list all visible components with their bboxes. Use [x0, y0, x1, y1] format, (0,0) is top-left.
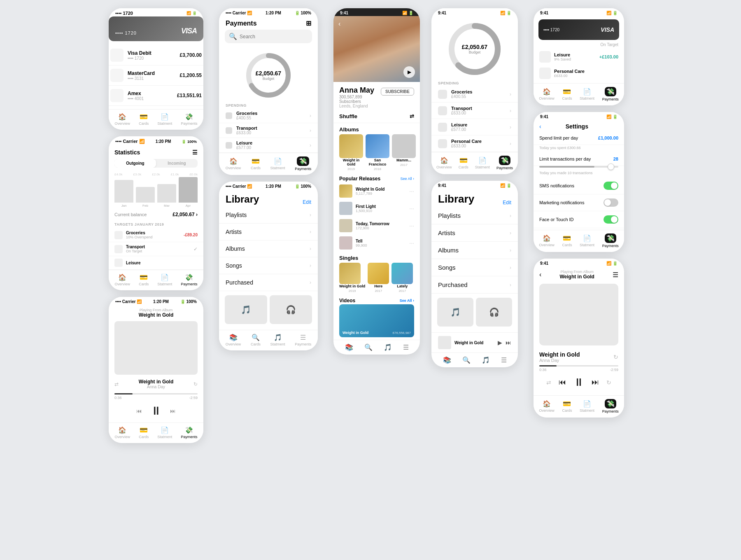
nav-cards-fp[interactable]: 💳Cards	[562, 400, 572, 413]
spending-item-personal-care-4[interactable]: Personal Care £633.00 ›	[431, 135, 518, 152]
nav-cards-spending[interactable]: 💳Cards	[459, 156, 468, 169]
menu-icon-lib-lg[interactable]: ☰	[501, 356, 507, 364]
card-item-visa[interactable]: Visa Debit •••• 1720 £3,700.00	[109, 45, 203, 65]
see-all-videos[interactable]: See All ›	[400, 299, 414, 303]
shuffle-icon[interactable]: ⇄	[114, 381, 119, 387]
nav-statement-ct[interactable]: 📄Statment	[580, 88, 594, 100]
mini-forward-button[interactable]: ⏭	[506, 339, 511, 346]
target-transport[interactable]: Transport On Target ✓	[109, 242, 203, 256]
library-icon[interactable]: 📚	[345, 343, 353, 351]
library-lg-edit-button[interactable]: Edit	[503, 200, 511, 205]
tab-incoming[interactable]: Incoming	[156, 159, 198, 168]
spending-item-groceries-4[interactable]: Groceries £400.55 ›	[431, 86, 518, 103]
nav-payments-fp[interactable]: 💸Payments	[602, 399, 619, 413]
nav-cards-stats[interactable]: 💳Cards	[139, 273, 149, 286]
marketing-toggle[interactable]	[604, 198, 618, 207]
search-box[interactable]: 🔍	[225, 30, 312, 43]
release-weight-in-gold[interactable]: Weight In Gold 5,117,789 ···	[333, 182, 420, 200]
library-item-songs[interactable]: Songs ›	[219, 257, 318, 274]
search-input[interactable]	[240, 34, 308, 40]
back-button[interactable]: ‹	[338, 20, 340, 28]
library-lg-purchased[interactable]: Purchased ›	[431, 276, 518, 294]
dots-icon-3[interactable]: ···	[409, 222, 414, 229]
nav-payments-pay[interactable]: 💸Payments	[295, 156, 311, 171]
nav-cards-pay[interactable]: 💳Cards	[251, 157, 261, 170]
nav-cards-settings[interactable]: 💳Cards	[562, 234, 572, 247]
mini-play-button[interactable]: ▶	[498, 339, 502, 346]
full-track-repeat-icon[interactable]: ↻	[613, 354, 618, 360]
release-tell[interactable]: Tell 99,900 ···	[333, 234, 420, 252]
nav-payments-ct[interactable]: 💸Payments	[602, 87, 619, 101]
nav-overview-fp[interactable]: 🏠Overview	[539, 400, 555, 413]
play-button[interactable]: ▶	[403, 66, 415, 78]
spending-item-leisure-4[interactable]: Leisure £577.00 ›	[431, 119, 518, 135]
rewind-button[interactable]: ⏮	[136, 408, 142, 414]
payments-menu-icon[interactable]: ⊞	[306, 19, 311, 27]
nav-statement-fp[interactable]: 📄Statment	[580, 400, 594, 413]
search-icon-bottom[interactable]: 🔍	[364, 343, 373, 351]
full-repeat-icon[interactable]: ↻	[606, 379, 611, 386]
nav-overview[interactable]: 🏠Overview	[115, 113, 130, 126]
full-pause-button[interactable]: ⏸	[573, 376, 584, 389]
nav-payments-stats[interactable]: 💸Payments	[181, 273, 197, 286]
nav-payments-spending[interactable]: 💸Payments	[496, 156, 513, 170]
book-icon[interactable]: 📚	[443, 356, 451, 364]
library-lg-songs[interactable]: Songs ›	[431, 259, 518, 276]
nav-payments[interactable]: 💸Payments	[181, 113, 197, 126]
transactions-slider[interactable]	[534, 166, 624, 170]
nav-cards[interactable]: 💳Cards	[139, 113, 149, 126]
single-weight[interactable]: Weight in Gold 2019	[339, 263, 365, 293]
single-lately[interactable]: Lately 2017	[391, 263, 413, 293]
see-all-releases[interactable]: See All ›	[400, 177, 414, 181]
nav-overview-ct[interactable]: 🏠Overview	[539, 88, 555, 100]
subscribe-button[interactable]: SUBSCRIBE	[381, 88, 414, 96]
nav-music-lib[interactable]: 🎵Statment	[270, 334, 285, 346]
library-item-artists[interactable]: Artists ›	[219, 224, 318, 240]
dots-icon-2[interactable]: ···	[409, 205, 414, 212]
full-shuffle-icon[interactable]: ⇄	[546, 379, 551, 386]
face-id-toggle[interactable]	[604, 215, 618, 224]
nav-overview-pay[interactable]: 🏠Overview	[226, 157, 241, 170]
card-item-amex[interactable]: Amex •••• 4001 £13,551.91	[109, 86, 203, 106]
nav-library-lib[interactable]: 📚Overview	[226, 334, 241, 346]
menu-icon-bottom[interactable]: ☰	[403, 343, 409, 351]
library-item-playlists[interactable]: Playlists ›	[219, 207, 318, 224]
library-item-albums[interactable]: Albums ›	[219, 240, 318, 257]
album-san-francisco[interactable]: San Francisco 2018	[366, 134, 389, 171]
nav-payments-player[interactable]: 💸Payments	[181, 426, 197, 439]
library-lg-artists[interactable]: Artists ›	[431, 224, 518, 242]
forward-button[interactable]: ⏭	[170, 408, 176, 414]
nav-statement-player[interactable]: 📄Statment	[157, 426, 172, 439]
full-player-menu[interactable]: ☰	[613, 271, 618, 279]
album-third[interactable]: Mamm... 2017	[392, 134, 416, 171]
sms-toggle[interactable]	[604, 182, 618, 190]
nav-statement-spending[interactable]: 📄Statment	[475, 156, 490, 169]
target-leisure[interactable]: Leisure	[109, 256, 203, 270]
video-thumb[interactable]: Weight in Gold 676,556,987	[339, 304, 414, 337]
dots-icon[interactable]: ···	[409, 188, 414, 194]
nav-overview-settings[interactable]: 🏠Overview	[539, 234, 555, 247]
nav-overview-player[interactable]: 🏠Overview	[115, 426, 130, 439]
search-icon-lib-lg[interactable]: 🔍	[462, 356, 471, 364]
nav-payments-settings[interactable]: 💸Payments	[602, 233, 619, 248]
spending-leisure[interactable]: Leisure £577.00 ›	[219, 138, 318, 153]
tab-outgoing[interactable]: Outgoing	[114, 159, 156, 168]
music-note-icon[interactable]: 🎵	[384, 343, 392, 351]
nav-menu-lib[interactable]: ☰Payments	[295, 334, 311, 346]
album-weight-in-gold[interactable]: Weight in Gold 2019	[339, 134, 363, 171]
spending-item-transport-4[interactable]: Transport £633.00 ›	[431, 103, 518, 119]
nav-statement-settings[interactable]: 📄Statment	[580, 234, 594, 247]
repeat-icon[interactable]: ↻	[193, 381, 198, 387]
shuffle-icon-profile[interactable]: ⇄	[410, 113, 414, 119]
nav-search-lib[interactable]: 🔍Cards	[251, 334, 261, 346]
card-item-mastercard[interactable]: MasterCard •••• 3131 £1,200.55	[109, 65, 203, 86]
release-today-tomorrow[interactable]: Today, Tomorrow 172,900 ···	[333, 217, 420, 234]
library-lg-albums[interactable]: Albums ›	[431, 242, 518, 259]
nav-statement-pay[interactable]: 📄Statment	[270, 157, 285, 170]
nav-statement[interactable]: 📄Statment	[157, 113, 172, 126]
nav-overview-spending[interactable]: 🏠Overview	[436, 156, 452, 169]
full-forward-button[interactable]: ⏭	[592, 378, 599, 387]
nav-cards-ct[interactable]: 💳Cards	[562, 88, 572, 100]
music-icon-lib-lg[interactable]: 🎵	[482, 356, 490, 364]
full-rewind-button[interactable]: ⏮	[559, 378, 566, 387]
